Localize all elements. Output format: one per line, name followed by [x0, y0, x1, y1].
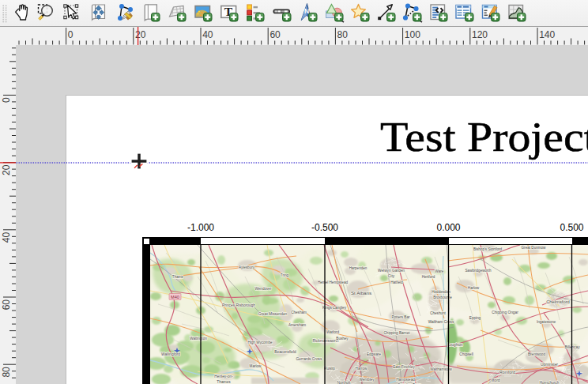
svg-text:Chipping Ongar: Chipping Ongar — [492, 311, 518, 314]
svg-text:Chelmsford: Chelmsford — [546, 299, 570, 304]
svg-text:Hertford: Hertford — [422, 275, 435, 279]
svg-text:Watford: Watford — [326, 330, 339, 334]
svg-text:Tring: Tring — [281, 273, 289, 277]
svg-text:Marlow: Marlow — [250, 364, 262, 368]
svg-text:Ingatestone: Ingatestone — [537, 320, 556, 324]
svg-text:City: City — [388, 274, 395, 278]
svg-text:M40: M40 — [171, 295, 179, 299]
svg-text:Aylesbury: Aylesbury — [239, 265, 255, 269]
svg-text:Wendover: Wendover — [255, 287, 272, 291]
svg-text:N: N — [303, 7, 308, 15]
svg-text:Northolt: Northolt — [337, 381, 351, 384]
svg-text:Watlington: Watlington — [190, 337, 207, 341]
svg-text:Chipping Barnet: Chipping Barnet — [384, 331, 411, 335]
svg-text:Sawbridgeworth: Sawbridgeworth — [466, 269, 492, 273]
svg-text:60: 60 — [270, 29, 281, 40]
svg-text:Epping: Epping — [469, 316, 481, 320]
svg-text:Wembley: Wembley — [359, 378, 375, 382]
svg-text:Chesham: Chesham — [291, 311, 307, 314]
svg-text:Billericay: Billericay — [564, 345, 580, 349]
svg-text:Potters Bar: Potters Bar — [392, 315, 410, 319]
svg-text:Hemel Hempstead: Hemel Hempstead — [318, 280, 348, 284]
svg-text:Thames: Thames — [217, 380, 231, 384]
svg-text:80: 80 — [1, 367, 12, 378]
svg-text:20: 20 — [1, 164, 12, 175]
svg-text:Waltham Cross: Waltham Cross — [428, 320, 454, 324]
svg-text:Brentwood: Brentwood — [528, 352, 545, 356]
svg-text:Henley-on-: Henley-on- — [214, 375, 233, 378]
svg-text:Beaconsfield: Beaconsfield — [274, 350, 296, 354]
svg-text:140: 140 — [539, 29, 555, 40]
svg-text:20: 20 — [135, 29, 146, 40]
svg-text:Kings Langley: Kings Langley — [322, 306, 347, 310]
svg-text:Amersham: Amersham — [288, 323, 306, 327]
svg-text:Bushey: Bushey — [336, 337, 349, 341]
svg-text:120: 120 — [472, 29, 488, 40]
svg-text:Harpenden: Harpenden — [349, 266, 368, 270]
svg-text:Romford: Romford — [499, 370, 515, 375]
svg-text:Great Dunmow: Great Dunmow — [522, 246, 547, 250]
svg-text:Cheshunt: Cheshunt — [430, 311, 446, 315]
svg-text:40: 40 — [1, 232, 12, 243]
svg-text:80: 80 — [337, 29, 349, 40]
svg-text:Hoddesdon: Hoddesdon — [432, 290, 450, 294]
svg-text:Ruislip: Ruislip — [324, 367, 335, 371]
svg-text:Welwyn Garden: Welwyn Garden — [378, 269, 405, 273]
svg-text:Walthamstow: Walthamstow — [430, 367, 452, 371]
svg-text:0: 0 — [68, 29, 74, 40]
svg-text:Harrow: Harrow — [356, 367, 368, 371]
svg-text:Broxbourne: Broxbourne — [433, 296, 452, 299]
svg-text:Princes Risborough: Princes Risborough — [222, 303, 255, 307]
svg-text:Upminster: Upminster — [541, 363, 558, 367]
svg-text:Edgware: Edgware — [367, 352, 382, 356]
svg-text:Bishop's Stortford: Bishop's Stortford — [473, 247, 503, 251]
svg-text:High Wycombe: High Wycombe — [247, 341, 273, 344]
svg-text:Harlow: Harlow — [468, 286, 480, 290]
svg-text:Wallingford: Wallingford — [161, 352, 180, 356]
svg-text:Hampstead: Hampstead — [396, 378, 415, 382]
svg-text:0: 0 — [1, 97, 12, 103]
svg-text:Loughton: Loughton — [447, 343, 463, 347]
svg-text:Hatfield: Hatfield — [390, 280, 403, 284]
svg-text:Thame: Thame — [172, 275, 184, 279]
svg-text:Rickmansworth: Rickmansworth — [313, 339, 339, 343]
svg-text:60: 60 — [1, 299, 12, 311]
svg-text:Chigwell: Chigwell — [459, 352, 473, 356]
svg-text:Gerrards Cross: Gerrards Cross — [296, 357, 322, 361]
svg-text:Ware: Ware — [435, 269, 444, 273]
svg-text:East Finchley: East Finchley — [393, 365, 415, 369]
svg-text:St Albans: St Albans — [351, 290, 371, 296]
svg-text:Ilford: Ilford — [491, 378, 500, 382]
svg-text:40: 40 — [202, 29, 213, 40]
svg-text:100: 100 — [405, 29, 420, 40]
svg-text:Great Missenden: Great Missenden — [258, 312, 288, 316]
svg-text:Hornchurch: Hornchurch — [540, 381, 560, 384]
